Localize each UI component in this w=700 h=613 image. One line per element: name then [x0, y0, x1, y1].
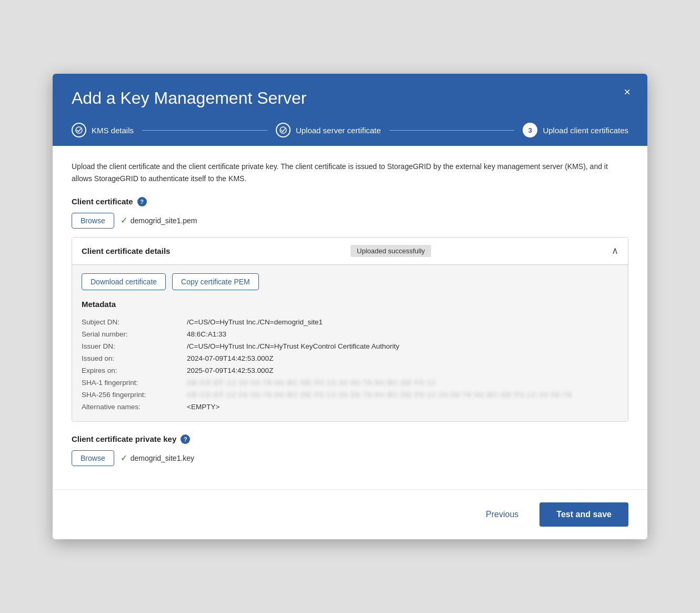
metadata-table: Subject DN: /C=US/O=HyTrust Inc./CN=demo… — [82, 316, 618, 413]
cert-details-title: Client certificate details — [82, 246, 170, 255]
step-label-client: Upload client certificates — [543, 126, 628, 135]
metadata-value-expires: 2025-07-09T14:42:53.000Z — [187, 364, 618, 377]
private-key-browse-button[interactable]: Browse — [72, 450, 114, 466]
client-cert-browse-button[interactable]: Browse — [72, 213, 114, 229]
table-row: Issued on: 2024-07-09T14:42:53.000Z — [82, 352, 618, 364]
table-row: Issuer DN: /C=US/O=HyTrust Inc./CN=HyTru… — [82, 340, 618, 352]
step-kms-details: KMS details — [72, 123, 134, 146]
cert-details-body: Download certificate Copy certificate PE… — [72, 265, 628, 421]
modal: × Add a Key Management Server KMS detail… — [53, 74, 647, 539]
test-and-save-button[interactable]: Test and save — [539, 502, 628, 527]
step-divider-1 — [142, 130, 267, 131]
modal-title: Add a Key Management Server — [72, 88, 628, 108]
private-key-section-label: Client certificate private key ? — [72, 434, 628, 444]
table-row: Serial number: 48:6C:A1:33 — [82, 328, 618, 340]
metadata-value-serial: 48:6C:A1:33 — [187, 328, 618, 340]
metadata-key-subject: Subject DN: — [82, 316, 187, 328]
metadata-value-sha1: AB:CD:EF:12:34:56:78:9A:BC:DE:F0:12:34:5… — [187, 377, 618, 389]
metadata-key-issuer: Issuer DN: — [82, 340, 187, 352]
client-cert-help-icon[interactable]: ? — [137, 197, 147, 206]
client-cert-section-label: Client certificate ? — [72, 197, 628, 206]
modal-footer: Previous Test and save — [53, 489, 647, 539]
client-cert-filename: ✓ demogrid_site1.pem — [121, 215, 197, 225]
step-upload-server: Upload server certificate — [276, 123, 381, 146]
step-icon-kms — [72, 123, 86, 137]
table-row: SHA-256 fingerprint: AB:CD:EF:12:34:56:7… — [82, 389, 618, 401]
metadata-value-sha256: AB:CD:EF:12:34:56:78:9A:BC:DE:F0:12:34:5… — [187, 389, 618, 401]
modal-header: × Add a Key Management Server KMS detail… — [53, 74, 647, 146]
metadata-key-sha256: SHA-256 fingerprint: — [82, 389, 187, 401]
metadata-key-altnames: Alternative names: — [82, 401, 187, 413]
metadata-value-subject: /C=US/O=HyTrust Inc./CN=demogrid_site1 — [187, 316, 618, 328]
private-key-label: Client certificate private key — [72, 434, 176, 443]
cert-status-badge: Uploaded successfully — [351, 245, 431, 257]
metadata-value-issued: 2024-07-09T14:42:53.000Z — [187, 352, 618, 364]
private-key-browse-row: Browse ✓ demogrid_site1.key — [72, 450, 628, 466]
private-key-filename: ✓ demogrid_site1.key — [121, 453, 194, 463]
description-text: Upload the client certificate and the cl… — [72, 161, 628, 184]
client-cert-browse-row: Browse ✓ demogrid_site1.pem — [72, 213, 628, 229]
cert-details-collapse-icon[interactable]: ∧ — [612, 245, 618, 256]
previous-button[interactable]: Previous — [473, 502, 531, 527]
modal-body: Upload the client certificate and the cl… — [53, 146, 647, 489]
client-cert-label: Client certificate — [72, 197, 133, 206]
metadata-key-expires: Expires on: — [82, 364, 187, 377]
metadata-key-serial: Serial number: — [82, 328, 187, 340]
step-label-server: Upload server certificate — [296, 126, 381, 135]
cert-details-header: Client certificate details Uploaded succ… — [72, 238, 628, 265]
download-certificate-button[interactable]: Download certificate — [82, 273, 166, 290]
table-row: SHA-1 fingerprint: AB:CD:EF:12:34:56:78:… — [82, 377, 618, 389]
table-row: Subject DN: /C=US/O=HyTrust Inc./CN=demo… — [82, 316, 618, 328]
cert-action-buttons: Download certificate Copy certificate PE… — [82, 273, 618, 290]
private-key-file-text: demogrid_site1.key — [131, 454, 194, 462]
steps-bar: KMS details Upload server certificate 3 … — [72, 123, 628, 146]
table-row: Alternative names: <EMPTY> — [82, 401, 618, 413]
cert-details-box: Client certificate details Uploaded succ… — [72, 237, 628, 422]
close-button[interactable]: × — [619, 84, 635, 100]
metadata-key-issued: Issued on: — [82, 352, 187, 364]
private-key-check-icon: ✓ — [121, 453, 127, 463]
step-upload-client: 3 Upload client certificates — [523, 123, 628, 146]
metadata-value-altnames: <EMPTY> — [187, 401, 618, 413]
step-divider-2 — [389, 130, 515, 131]
step-icon-client: 3 — [523, 123, 537, 137]
table-row: Expires on: 2025-07-09T14:42:53.000Z — [82, 364, 618, 377]
step-label-kms: KMS details — [92, 126, 134, 135]
metadata-key-sha1: SHA-1 fingerprint: — [82, 377, 187, 389]
metadata-value-issuer: /C=US/O=HyTrust Inc./CN=HyTrust KeyContr… — [187, 340, 618, 352]
copy-certificate-pem-button[interactable]: Copy certificate PEM — [172, 273, 259, 290]
step-icon-server — [276, 123, 291, 137]
client-cert-check-icon: ✓ — [121, 215, 127, 225]
metadata-title: Metadata — [82, 300, 618, 309]
client-cert-file-text: demogrid_site1.pem — [131, 216, 197, 225]
private-key-help-icon[interactable]: ? — [181, 434, 190, 444]
